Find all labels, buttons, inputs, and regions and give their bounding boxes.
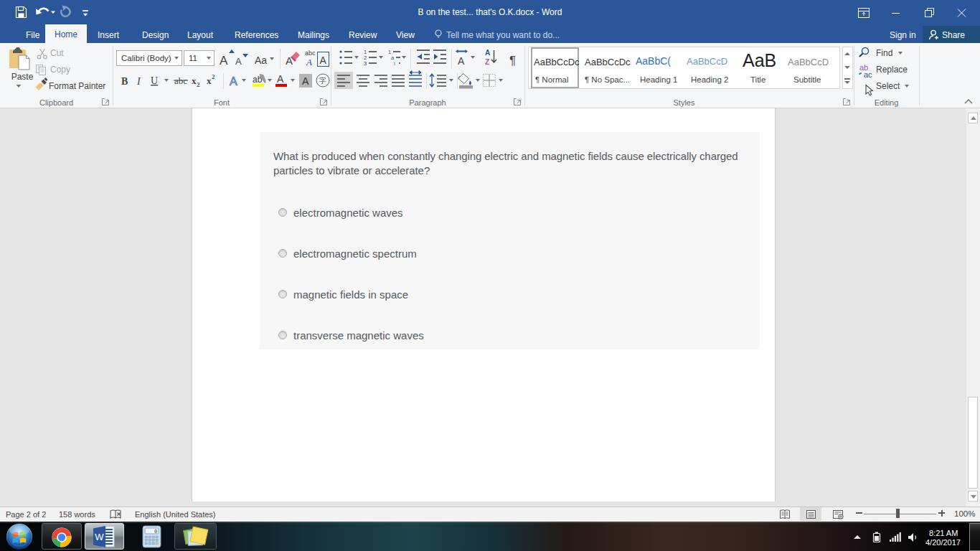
svg-text:W: W (95, 532, 104, 542)
svg-text:abc: abc (305, 50, 316, 57)
svg-text:0: 0 (154, 529, 157, 534)
svg-text:A: A (235, 56, 242, 67)
svg-text:3: 3 (364, 60, 367, 67)
svg-text:I: I (136, 76, 141, 87)
svg-text:x: x (192, 75, 197, 86)
svg-text:A: A (230, 75, 237, 88)
svg-text:字: 字 (319, 77, 326, 85)
svg-text:¶: ¶ (509, 54, 516, 67)
svg-text:2: 2 (197, 81, 200, 88)
svg-text:i: i (394, 60, 395, 67)
svg-text:A: A (306, 57, 312, 67)
svg-text:A: A (277, 73, 284, 85)
svg-text:A: A (458, 55, 465, 67)
svg-text:x: x (207, 75, 212, 86)
svg-text:A: A (220, 54, 228, 67)
svg-text:A: A (320, 55, 327, 66)
svg-text:ac: ac (864, 70, 872, 79)
svg-text:B: B (121, 76, 128, 87)
svg-text:Z: Z (485, 58, 489, 66)
svg-text:A: A (302, 75, 309, 87)
svg-text:A: A (485, 49, 490, 57)
svg-text:Aa: Aa (255, 55, 267, 66)
svg-text:U: U (151, 75, 158, 86)
svg-text:2: 2 (212, 73, 215, 80)
